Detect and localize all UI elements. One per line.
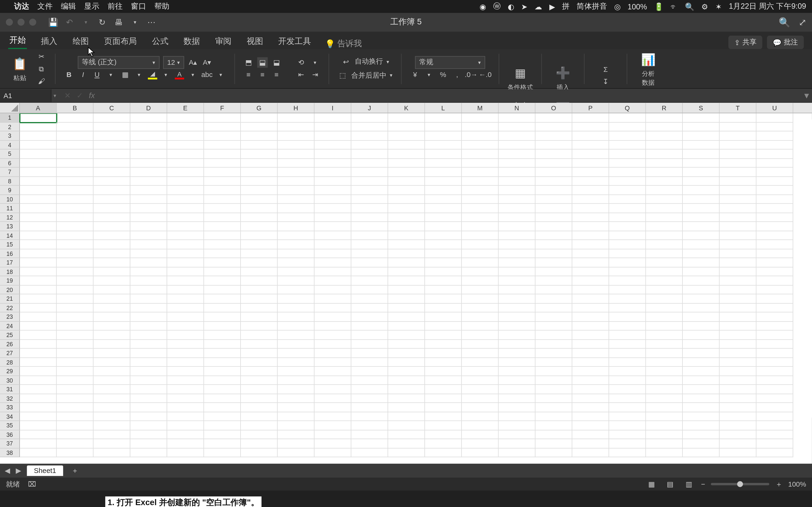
cell-O8[interactable] (536, 177, 572, 186)
cell-B24[interactable] (57, 322, 94, 331)
cell-L17[interactable] (425, 258, 462, 267)
cell-C10[interactable] (94, 195, 131, 204)
cell-N22[interactable] (499, 303, 536, 313)
cell-J7[interactable] (351, 168, 388, 177)
cell-E21[interactable] (167, 294, 204, 303)
cell-N28[interactable] (499, 358, 536, 367)
cell-U19[interactable] (756, 276, 793, 285)
cell-D2[interactable] (131, 122, 167, 131)
cell-K17[interactable] (388, 258, 425, 267)
cell-B1[interactable] (57, 113, 94, 122)
cell-J16[interactable] (351, 249, 388, 258)
cell-U21[interactable] (756, 294, 793, 303)
cell-T23[interactable] (720, 313, 757, 322)
cell-G33[interactable] (241, 403, 278, 412)
cell-E9[interactable] (167, 186, 204, 195)
cell-T34[interactable] (720, 412, 757, 421)
cell-I23[interactable] (315, 313, 352, 322)
cell-J26[interactable] (351, 340, 388, 349)
cell-F19[interactable] (204, 276, 241, 285)
cell-A2[interactable] (20, 122, 57, 131)
border-icon[interactable]: ▦ (120, 70, 131, 80)
cell-Q14[interactable] (609, 231, 646, 240)
zoom-slider-knob[interactable] (737, 481, 743, 487)
paste-button[interactable]: 📋 粘贴 (7, 55, 33, 82)
comma-icon[interactable]: , (452, 70, 462, 80)
cell-D37[interactable] (131, 439, 167, 448)
cell-Q15[interactable] (609, 240, 646, 249)
cell-J13[interactable] (351, 222, 388, 231)
cell-R2[interactable] (646, 122, 683, 131)
cell-T27[interactable] (720, 349, 757, 358)
cell-S21[interactable] (683, 294, 720, 303)
insert-cells-button[interactable]: ➕插入 (550, 64, 576, 92)
cell-U34[interactable] (756, 412, 793, 421)
cell-T10[interactable] (720, 195, 757, 204)
phonetic-dropdown-icon[interactable]: ▾ (216, 70, 226, 80)
cell-Q17[interactable] (609, 258, 646, 267)
cell-F35[interactable] (204, 421, 241, 430)
cell-D17[interactable] (131, 258, 167, 267)
cell-J24[interactable] (351, 322, 388, 331)
cell-J3[interactable] (351, 131, 388, 140)
cell-L34[interactable] (425, 412, 462, 421)
cell-F3[interactable] (204, 131, 241, 140)
orientation-icon[interactable]: ⟲ (296, 57, 306, 68)
cell-I6[interactable] (315, 158, 352, 168)
save-icon[interactable]: 💾 (48, 17, 58, 27)
cell-N20[interactable] (499, 285, 536, 294)
cell-I7[interactable] (315, 168, 352, 177)
col-header-U[interactable]: U (756, 103, 793, 113)
cell-S35[interactable] (683, 421, 720, 430)
cell-L18[interactable] (425, 267, 462, 276)
cell-A35[interactable] (20, 421, 57, 430)
cell-U2[interactable] (756, 122, 793, 131)
cell-B12[interactable] (57, 213, 94, 222)
cell-L33[interactable] (425, 403, 462, 412)
cell-T36[interactable] (720, 430, 757, 439)
cell-H6[interactable] (278, 158, 315, 168)
cell-Q5[interactable] (609, 150, 646, 159)
cell-N27[interactable] (499, 349, 536, 358)
more-icon[interactable]: ⋯ (146, 17, 157, 27)
cell-H37[interactable] (278, 439, 315, 448)
cell-T8[interactable] (720, 177, 757, 186)
row-header-11[interactable]: 11 (0, 204, 20, 213)
cell-O27[interactable] (536, 349, 572, 358)
cell-S26[interactable] (683, 340, 720, 349)
cell-R32[interactable] (646, 394, 683, 403)
col-header-J[interactable]: J (351, 103, 388, 113)
row-header-1[interactable]: 1 (0, 113, 20, 122)
cell-B25[interactable] (57, 331, 94, 340)
cell-N11[interactable] (499, 204, 536, 213)
cell-T37[interactable] (720, 439, 757, 448)
cell-O24[interactable] (536, 322, 572, 331)
cell-K4[interactable] (388, 140, 425, 150)
cell-Q7[interactable] (609, 168, 646, 177)
cell-H9[interactable] (278, 186, 315, 195)
cell-C29[interactable] (94, 367, 131, 376)
cell-O37[interactable] (536, 439, 572, 448)
cell-H14[interactable] (278, 231, 315, 240)
cell-M33[interactable] (462, 403, 499, 412)
cell-M19[interactable] (462, 276, 499, 285)
cell-K31[interactable] (388, 385, 425, 394)
cell-M24[interactable] (462, 322, 499, 331)
cell-Q26[interactable] (609, 340, 646, 349)
cell-L6[interactable] (425, 158, 462, 168)
cell-G37[interactable] (241, 439, 278, 448)
cell-U33[interactable] (756, 403, 793, 412)
cell-T28[interactable] (720, 358, 757, 367)
row-header-37[interactable]: 37 (0, 439, 20, 448)
cell-C27[interactable] (94, 349, 131, 358)
cell-L20[interactable] (425, 285, 462, 294)
row-header-9[interactable]: 9 (0, 186, 20, 195)
cell-P3[interactable] (572, 131, 609, 140)
cell-T6[interactable] (720, 158, 757, 168)
cell-J9[interactable] (351, 186, 388, 195)
cell-O23[interactable] (536, 313, 572, 322)
cell-R31[interactable] (646, 385, 683, 394)
cell-F18[interactable] (204, 267, 241, 276)
font-color-button[interactable]: A (175, 70, 184, 79)
cell-N25[interactable] (499, 331, 536, 340)
